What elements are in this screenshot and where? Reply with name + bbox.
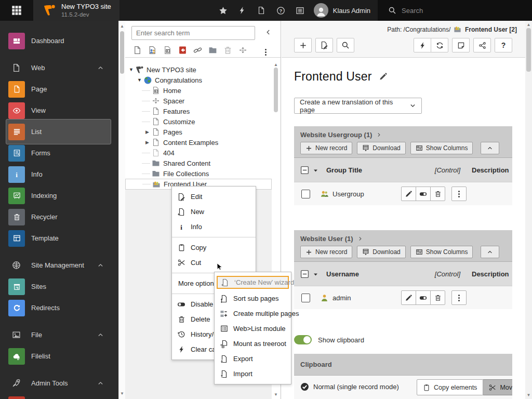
record-title[interactable]: Usergroup: [332, 190, 364, 198]
sidebar-item-filelist[interactable]: Filelist: [0, 345, 118, 367]
tree-node-root[interactable]: ▼ New TYPO3 site: [125, 64, 272, 75]
collapse-tree-button[interactable]: [264, 28, 272, 36]
scrollbar-thumb[interactable]: [120, 31, 124, 74]
sidebar-scrollbar[interactable]: ▲ ▼: [118, 21, 125, 399]
help-button[interactable]: ?: [495, 38, 512, 52]
copy-elements-button[interactable]: Copy elements: [417, 379, 483, 395]
new-folder-drag-icon[interactable]: [208, 46, 217, 55]
share-button[interactable]: [473, 38, 491, 52]
tree-node-features[interactable]: Features: [125, 106, 272, 116]
record-title[interactable]: admin: [332, 294, 351, 302]
caret-down-icon[interactable]: [313, 272, 318, 277]
caret-collapsed-icon[interactable]: ▶: [145, 140, 149, 145]
record-more-button[interactable]: [451, 187, 467, 201]
scroll-up-arrow[interactable]: ▲: [272, 62, 280, 67]
column-header-description[interactable]: Description: [472, 166, 509, 174]
new-shortcut-drag-icon[interactable]: [163, 46, 172, 55]
table-row[interactable]: Usergroup: [294, 182, 512, 205]
submenu-item-import[interactable]: Import: [215, 366, 291, 381]
submenu-item-export[interactable]: Export: [215, 351, 291, 366]
record-more-button[interactable]: [451, 290, 467, 305]
tree-node-congratulations[interactable]: ▼ Congratulations: [125, 75, 272, 85]
column-header-title[interactable]: Username: [326, 270, 359, 278]
topbar-search[interactable]: [378, 0, 532, 21]
scroll-up-arrow[interactable]: ▲: [119, 24, 125, 29]
bookmarks-button[interactable]: [214, 0, 233, 21]
context-menu-item-new[interactable]: New: [172, 204, 256, 219]
edit-record-button[interactable]: [401, 187, 416, 201]
sidebar-section-web[interactable]: Web: [0, 57, 118, 78]
caret-collapsed-icon[interactable]: ▶: [145, 129, 149, 135]
sidebar-item-list[interactable]: List: [0, 121, 118, 142]
edit-record-button[interactable]: [401, 290, 416, 305]
edit-title-pencil-icon[interactable]: [379, 73, 387, 81]
download-button[interactable]: Download: [357, 246, 405, 258]
submenu-item-create-multiple-pages[interactable]: Create multiple pages: [215, 306, 291, 321]
table-row[interactable]: admin: [294, 286, 512, 309]
caret-expanded-icon[interactable]: ▼: [137, 77, 142, 83]
show-columns-button[interactable]: Show Columns: [410, 142, 473, 154]
brand[interactable]: New TYPO3 site 11.5.2-dev: [33, 0, 119, 21]
tree-node-file-collections[interactable]: File Collections: [125, 168, 272, 179]
delete-record-button[interactable]: [430, 187, 445, 201]
new-record-button[interactable]: New record: [300, 246, 352, 258]
new-record-button[interactable]: [294, 38, 312, 52]
panel-title-link[interactable]: Website User (1): [300, 235, 506, 243]
caret-down-icon[interactable]: [313, 168, 318, 174]
edit-page-button[interactable]: [315, 38, 333, 52]
view-page-notes-button[interactable]: [452, 38, 470, 52]
collapse-table-button[interactable]: [481, 246, 499, 258]
sidebar-item-forms[interactable]: Forms: [0, 142, 118, 164]
clear-cache-page-button[interactable]: [414, 38, 431, 52]
clipboard-mode[interactable]: Normal (single record mode): [300, 382, 399, 391]
systeminfo-button[interactable]: [290, 0, 310, 21]
sidebar-item-view[interactable]: View: [0, 100, 118, 121]
tree-more-button[interactable]: [262, 48, 269, 56]
module-menu-toggle-button[interactable]: [0, 0, 33, 21]
spacer-drag-icon[interactable]: [238, 46, 247, 55]
row-checkbox[interactable]: [301, 190, 310, 198]
translation-dropdown[interactable]: Create a new translation of this page: [294, 98, 422, 114]
show-clipboard-toggle[interactable]: [294, 335, 312, 344]
move-elements-button[interactable]: Move elements: [483, 379, 512, 395]
tree-node-spacer[interactable]: Spacer: [125, 96, 272, 106]
collapse-table-button[interactable]: [481, 142, 499, 154]
sidebar-item-page[interactable]: Page: [0, 78, 118, 100]
topbar-search-input[interactable]: [402, 7, 506, 15]
context-menu-item-cut[interactable]: Cut: [172, 255, 256, 270]
tree-node-customize[interactable]: Customize: [125, 116, 272, 127]
tree-node-home[interactable]: Home: [125, 85, 272, 96]
row-checkbox[interactable]: [301, 294, 310, 302]
context-menu-item-info[interactable]: Info: [172, 219, 256, 234]
sidebar-item-recycler[interactable]: Recycler: [0, 206, 118, 228]
scrollbar-thumb[interactable]: [526, 28, 531, 72]
download-button[interactable]: Download: [357, 142, 405, 154]
new-record-button[interactable]: New record: [300, 142, 352, 154]
column-header-title[interactable]: Group Title: [326, 166, 362, 174]
sidebar-item-dashboard[interactable]: Dashboard: [0, 30, 118, 51]
show-columns-button[interactable]: Show Columns: [410, 246, 473, 258]
tree-node-404[interactable]: 404: [125, 148, 272, 158]
sidebar-item-sites[interactable]: Sites: [0, 276, 118, 297]
caret-expanded-icon[interactable]: ▼: [129, 67, 134, 72]
submenu-item-mount-as-treeroot[interactable]: Mount as treeroot: [215, 336, 291, 351]
user-menu[interactable]: Klaus Admin: [310, 0, 378, 21]
panel-title-link[interactable]: Website Usergroup (1): [300, 131, 506, 139]
scroll-up-arrow[interactable]: ▲: [525, 22, 532, 27]
context-menu-item-edit[interactable]: Edit: [172, 189, 256, 204]
submenu-item-web-list-module[interactable]: Web>List module: [215, 321, 291, 336]
search-button[interactable]: [337, 38, 354, 52]
sidebar-item-partial[interactable]: [0, 394, 118, 399]
sidebar-item-template[interactable]: Template: [0, 228, 118, 249]
sidebar-section-site-management[interactable]: Site Management: [0, 255, 118, 276]
delete-record-button[interactable]: [430, 290, 445, 305]
reload-button[interactable]: [431, 38, 448, 52]
tree-node-content-examples[interactable]: ▶ Content Examples: [125, 137, 272, 148]
select-all-checkbox[interactable]: [300, 270, 309, 278]
new-userfolder-drag-icon[interactable]: [148, 46, 157, 55]
sidebar-section-admin-tools[interactable]: Admin Tools: [0, 373, 118, 394]
select-all-checkbox[interactable]: [300, 166, 309, 175]
scroll-down-arrow[interactable]: ▼: [272, 392, 280, 397]
scroll-down-arrow[interactable]: ▼: [525, 393, 532, 397]
trash-drop-icon[interactable]: [223, 46, 232, 55]
